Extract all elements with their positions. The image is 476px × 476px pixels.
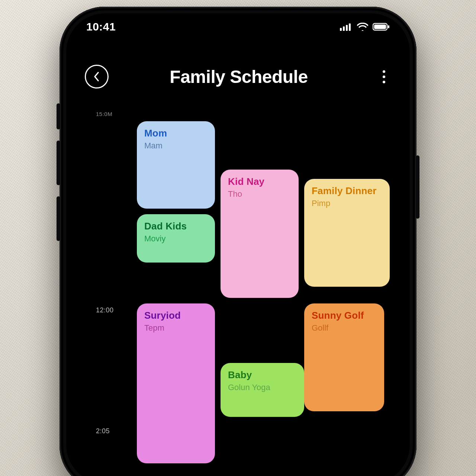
event-title: Family Dinner [312,186,382,196]
svg-rect-3 [349,23,351,31]
event-card-mom[interactable]: Mom Mam [137,121,215,209]
schedule-timeline[interactable]: 15:0M 12:00 2:05 Mom Mam Kid Nay Tho Fam… [66,103,410,476]
kebab-icon [383,70,385,83]
event-subtitle: Moviy [144,234,208,244]
status-bar: 10:41 [66,13,410,40]
event-title: Dad Kids [144,221,208,232]
phone-screen: 10:41 [66,13,410,476]
event-title: Mom [144,128,208,139]
event-subtitle: Golun Yoga [228,383,297,392]
event-title: Baby [228,370,297,380]
status-indicators [340,23,390,31]
phone-power-button [416,155,419,219]
time-marker: 2:05 [96,427,110,435]
time-marker: 15:0M [96,111,112,117]
event-subtitle: Tho [228,189,291,199]
page-title: Family Schedule [101,67,376,87]
battery-icon [373,23,390,31]
svg-rect-1 [343,26,345,31]
time-marker: 12:00 [96,306,114,314]
event-card-dad-kids[interactable]: Dad Kids Moviy [137,214,215,263]
svg-rect-5 [374,25,386,29]
more-menu-button[interactable] [376,65,391,89]
event-title: Kid Nay [228,176,291,187]
event-subtitle: Gollf [312,323,377,333]
cellular-icon [340,23,353,31]
event-subtitle: Pimp [312,199,382,208]
event-card-baby[interactable]: Baby Golun Yoga [221,363,304,417]
status-time: 10:41 [86,20,116,33]
event-card-kid[interactable]: Kid Nay Tho [221,170,299,298]
chevron-left-icon [93,71,101,82]
svg-rect-0 [340,28,342,31]
svg-rect-6 [388,25,389,28]
phone-volume-up [57,141,60,185]
event-subtitle: Tepm [144,323,208,333]
event-title: Sunny Golf [312,310,377,321]
phone-frame: 10:41 [60,7,416,476]
event-card-family-dinner[interactable]: Family Dinner Pimp [304,179,390,287]
svg-rect-2 [346,25,348,31]
event-subtitle: Mam [144,141,208,151]
event-title: Suryiod [144,310,208,321]
phone-side-button [57,103,60,129]
event-card-suryiod[interactable]: Suryiod Tepm [137,303,215,463]
event-card-sunny-golf[interactable]: Sunny Golf Gollf [304,303,384,411]
phone-volume-down [57,196,60,241]
wifi-icon [357,23,368,31]
app-header: Family Schedule [66,62,410,91]
